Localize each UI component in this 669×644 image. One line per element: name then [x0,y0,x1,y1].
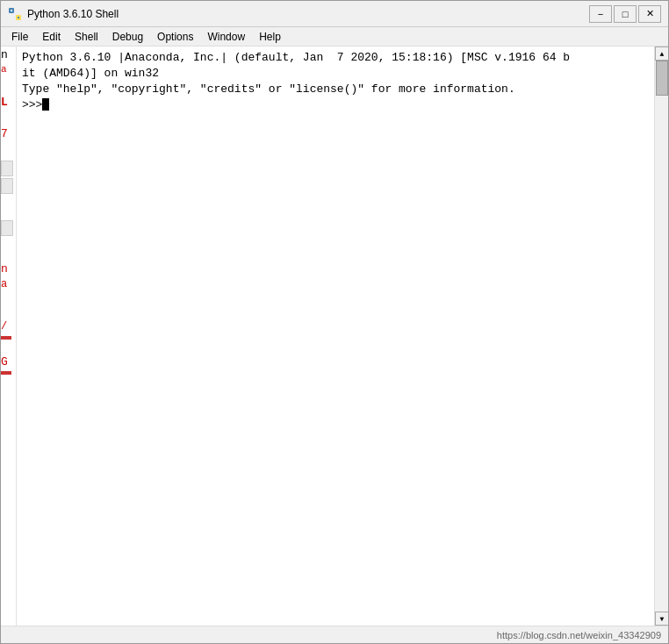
scrollbar[interactable]: ▲ ▼ [654,47,668,626]
scrollbar-thumb[interactable] [656,61,668,96]
scrollbar-up-button[interactable]: ▲ [655,47,668,61]
menu-shell[interactable]: Shell [68,29,105,45]
python-icon [8,7,22,21]
maximize-button[interactable]: □ [614,5,637,23]
close-button[interactable]: ✕ [638,5,661,23]
python-shell-window: Python 3.6.10 Shell − □ ✕ File Edit Shel… [0,0,669,644]
menu-file[interactable]: File [4,29,35,45]
menu-bar: File Edit Shell Debug Options Window Hel… [1,27,668,47]
prompt-line[interactable]: >>> [22,98,649,111]
menu-edit[interactable]: Edit [35,29,68,45]
shell-prompt: >>> [22,98,42,111]
status-bar: https://blog.csdn.net/weixin_43342909 [1,626,668,643]
svg-rect-3 [18,17,19,18]
minimize-button[interactable]: − [589,5,612,23]
menu-help[interactable]: Help [252,29,288,45]
menu-window[interactable]: Window [200,29,252,45]
menu-options[interactable]: Options [150,29,200,45]
title-bar: Python 3.6.10 Shell − □ ✕ [1,1,668,27]
menu-debug[interactable]: Debug [105,29,150,45]
window-controls: − □ ✕ [589,5,661,23]
terminal-line-2: it (AMD64)] on win32 [22,66,649,82]
window-title: Python 3.6.10 Shell [27,8,119,20]
terminal-line-1: Python 3.6.10 |Anaconda, Inc.| (default,… [22,50,649,66]
svg-rect-2 [11,10,12,11]
status-url: https://blog.csdn.net/weixin_43342909 [497,630,661,640]
shell-content: n a L 7 n a / G [1,47,668,626]
terminal-line-3: Type "help", "copyright", "credits" or "… [22,82,649,97]
left-gutter: n a L 7 n a / G [1,47,17,626]
title-bar-left: Python 3.6.10 Shell [8,7,119,21]
scrollbar-down-button[interactable]: ▼ [655,612,668,626]
cursor [42,98,49,111]
terminal-area[interactable]: Python 3.6.10 |Anaconda, Inc.| (default,… [17,47,654,626]
